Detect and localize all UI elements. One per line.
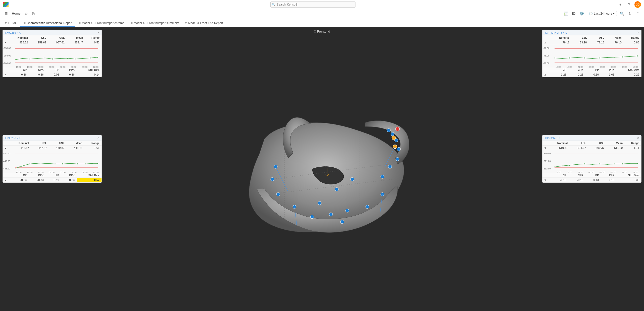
home-link[interactable]: Home: [11, 12, 22, 15]
panel1-header: TX9025c › X ✕: [3, 30, 102, 35]
svg-point-74: [607, 57, 608, 58]
chart-icon[interactable]: 📊: [563, 11, 569, 17]
svg-point-38: [22, 58, 23, 59]
svg-point-14: [329, 213, 333, 216]
tab-icon-summary: ⊞: [130, 22, 133, 25]
svg-point-86: [592, 164, 593, 165]
panel3-dim[interactable]: X: [565, 31, 567, 34]
panel2-close-icon[interactable]: ✕: [97, 136, 100, 140]
row-range: 0.53: [85, 40, 102, 45]
svg-point-21: [381, 175, 384, 178]
share-button[interactable]: ⎘: [31, 11, 36, 17]
panel2-dim[interactable]: Y: [19, 137, 21, 140]
view-title: X Frontend: [314, 30, 330, 33]
stats-row-3: x -1.25 -1.25 0.10 1.06 0.29: [542, 72, 641, 77]
x-labels-3: 15:00 18:00 21:00 00:00 03:00 06:00 09:0…: [555, 66, 639, 68]
expand-icon[interactable]: ⌃: [635, 11, 641, 17]
svg-point-81: [555, 166, 555, 167]
svg-point-44: [67, 58, 68, 59]
panel1-close-icon[interactable]: ✕: [97, 31, 100, 34]
svg-point-9: [318, 201, 321, 205]
panel3-close-icon[interactable]: ✕: [637, 31, 639, 34]
svg-point-15: [310, 215, 314, 219]
svg-point-16: [340, 220, 344, 224]
svg-point-27: [387, 129, 390, 132]
main-view: X Frontend: [0, 27, 644, 311]
y-label-1: 450.00: [3, 152, 10, 155]
chevron-down-icon: ▾: [613, 12, 615, 15]
svg-point-89: [614, 163, 615, 164]
clock-icon: 🕐: [589, 12, 593, 15]
svg-point-39: [29, 58, 30, 59]
chart-svg-4: [555, 151, 638, 170]
chart-svg-3: [555, 46, 638, 65]
table-row: x -78.18 -79.18 -77.18 -78.10 0.88: [542, 40, 641, 45]
settings-icon[interactable]: ⚙️: [579, 11, 585, 17]
svg-point-69: [569, 57, 570, 58]
panel-tx9021c: TX9021c › X ✕ Nominal LSL USL Mean Range…: [542, 135, 641, 183]
panel4-dim[interactable]: X: [559, 137, 560, 140]
panel1-chart: -958.00 -959.00 -960.00: [3, 45, 102, 68]
tab-model-chrome[interactable]: ⊞ Model X - Front bumper chrome: [75, 20, 127, 27]
panel1-dim[interactable]: X: [19, 31, 21, 34]
tab-demo[interactable]: ⊞ DEMO: [2, 20, 20, 27]
svg-point-46: [82, 58, 83, 59]
svg-point-23: [396, 157, 399, 161]
svg-point-47: [90, 57, 91, 58]
svg-point-58: [55, 163, 56, 164]
svg-point-13: [351, 177, 354, 181]
tab-icon-demo: ⊞: [5, 22, 7, 25]
table-row: y 448.87 447.87 449.87 448.43 1.61: [3, 146, 102, 150]
tab-frontend[interactable]: ⊞ Model X Front End Report: [182, 20, 226, 27]
stats-row: x -0.36 -0.36 0.05 0.36 0.14: [3, 72, 102, 77]
svg-point-70: [577, 57, 578, 58]
tab-characteristic[interactable]: ⊞ Characteristic Dimensional Report: [20, 20, 75, 27]
col-h0: [3, 35, 10, 40]
svg-point-90: [622, 163, 623, 164]
car-3d-view: [234, 94, 410, 244]
panel1-sep: ›: [17, 31, 18, 34]
y-label-2: 449.00: [3, 160, 10, 162]
add-button[interactable]: +: [617, 2, 623, 8]
refresh-icon[interactable]: ↻: [627, 11, 633, 17]
tab-model-summary[interactable]: ⊞ Model X - Front bumper summary: [127, 20, 182, 27]
panel3-id[interactable]: TX_FLFNDR8: [544, 31, 562, 34]
panel1-stats-table: CP CPK PP PPK Std. Dev. x -0.36 -0.36 0.…: [3, 68, 102, 77]
panel3-header: TX_FLFNDR8 › X ✕: [542, 30, 641, 35]
svg-point-56: [39, 163, 40, 164]
panel2-id[interactable]: TX9023c: [5, 137, 16, 140]
panel4-close-icon[interactable]: ✕: [637, 136, 639, 140]
zoom-out-icon[interactable]: 🔍: [619, 11, 625, 17]
col-mean: Mean: [67, 35, 85, 40]
svg-point-37: [15, 59, 15, 60]
panel4-id[interactable]: TX9021c: [544, 137, 556, 140]
panel2-header: TX9023c › Y ✕: [3, 135, 102, 141]
y-label-2: -78.00: [543, 54, 550, 57]
panel4-data-table: Nominal LSL USL Mean Range x -510.37 -51…: [542, 141, 641, 150]
logo: [3, 2, 9, 7]
panel4-stats-table: CP CPK PP PPK Std. Dev. x -0.15 -0.15 0.…: [542, 173, 641, 182]
col-range: Range: [85, 35, 102, 40]
y-label-1: -510.00: [543, 152, 551, 155]
svg-point-43: [60, 58, 61, 59]
svg-point-57: [47, 163, 48, 164]
panel1-data-table: Nominal LSL USL Mean Range x -958.62 -95…: [3, 35, 102, 45]
favorite-button[interactable]: ☆: [23, 11, 29, 17]
search-input[interactable]: [270, 2, 356, 8]
svg-point-45: [75, 58, 76, 59]
avatar[interactable]: JD: [634, 1, 641, 8]
svg-point-63: [92, 163, 93, 164]
svg-point-72: [592, 58, 593, 59]
panel1-id[interactable]: TX9025c: [5, 31, 16, 34]
time-range-button[interactable]: 🕐 Last 24 hours ▾: [587, 11, 617, 16]
panel-tx-flfndr8: TX_FLFNDR8 › X ✕ Nominal LSL USL Mean Ra…: [542, 30, 641, 77]
row-mean: -959.47: [67, 40, 85, 45]
svg-point-73: [599, 57, 600, 58]
svg-point-26: [391, 132, 394, 136]
menu-button[interactable]: ☰: [3, 11, 9, 17]
help-button[interactable]: ?: [626, 2, 632, 8]
svg-point-77: [629, 56, 630, 57]
panel2-sep: ›: [17, 137, 18, 140]
image-icon[interactable]: 🖼: [571, 11, 577, 17]
tab-icon-chrome: ⊞: [78, 22, 81, 25]
